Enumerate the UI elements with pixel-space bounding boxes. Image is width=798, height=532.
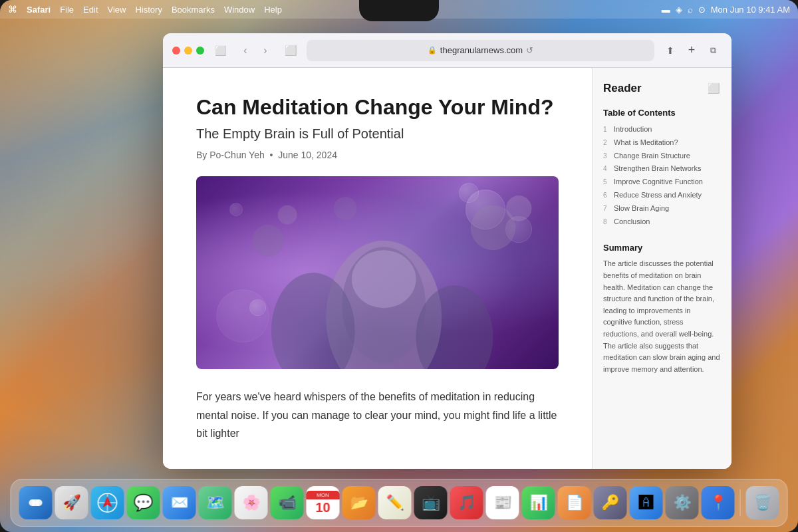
toc-item-2[interactable]: 2 What is Meditation? bbox=[603, 136, 721, 150]
toc-item-5[interactable]: 5 Improve Cognitive Function bbox=[603, 176, 721, 189]
menu-window[interactable]: Window bbox=[224, 5, 255, 15]
summary-text: The article discusses the potential bene… bbox=[603, 258, 721, 375]
dock-icon-music[interactable]: 🎵 bbox=[450, 486, 483, 519]
dock-icon-finder[interactable] bbox=[19, 486, 53, 519]
safari-content: Can Meditation Change Your Mind? The Emp… bbox=[163, 68, 732, 469]
dock-icon-files[interactable]: 📂 bbox=[342, 486, 376, 519]
svg-point-7 bbox=[252, 225, 284, 257]
dock-icon-passwords[interactable]: 🔑 bbox=[594, 486, 627, 519]
close-button[interactable] bbox=[172, 47, 180, 55]
toc-item-3[interactable]: 3 Change Brain Structure bbox=[603, 150, 721, 163]
toc-item-1[interactable]: 1 Introduction bbox=[603, 123, 721, 136]
share-button[interactable]: ⬆ bbox=[661, 41, 680, 60]
dock-icon-calendar[interactable]: MON 10 bbox=[307, 486, 340, 519]
svg-point-6 bbox=[506, 196, 532, 221]
fullscreen-button[interactable] bbox=[196, 47, 204, 55]
nav-buttons: ‹ › bbox=[236, 41, 275, 60]
toc-list: 1 Introduction 2 What is Meditation? 3 C… bbox=[603, 123, 721, 228]
minimize-button[interactable] bbox=[184, 47, 192, 55]
dock-icon-maps[interactable]: 🗺️ bbox=[199, 486, 232, 519]
svg-rect-13 bbox=[33, 499, 39, 506]
address-bar[interactable]: 🔒 thegranularnews.com ↺ bbox=[307, 40, 654, 61]
svg-point-9 bbox=[334, 197, 357, 220]
toc-item-8[interactable]: 8 Conclusion bbox=[603, 215, 721, 229]
search-icon[interactable]: ⌕ bbox=[688, 5, 693, 15]
menu-bookmarks[interactable]: Bookmarks bbox=[172, 5, 215, 15]
control-center-icon[interactable]: ⊙ bbox=[698, 5, 706, 15]
tab-overview-button[interactable]: ⧉ bbox=[704, 41, 722, 60]
reader-header: Reader ⬜ bbox=[603, 81, 721, 96]
reader-close-button[interactable]: ⬜ bbox=[706, 81, 721, 96]
url-text: thegranularnews.com bbox=[440, 45, 523, 55]
article-body: For years we've heard whispers of the be… bbox=[196, 388, 559, 442]
safari-window: ⬜ ‹ › ⬜ 🔒 thegranularnews.com ↺ ⬆ + ⧉ Ca… bbox=[163, 33, 732, 469]
safari-toolbar: ⬜ ‹ › ⬜ 🔒 thegranularnews.com ↺ ⬆ + ⧉ bbox=[163, 33, 732, 68]
article-area[interactable]: Can Meditation Change Your Mind? The Emp… bbox=[163, 68, 592, 469]
article-image bbox=[196, 176, 559, 369]
toc-item-6[interactable]: 6 Reduce Stress and Anxiety bbox=[603, 189, 721, 202]
dock-icon-facetime[interactable]: 📹 bbox=[271, 486, 304, 519]
wifi-icon: ◈ bbox=[676, 5, 682, 15]
reload-icon[interactable]: ↺ bbox=[526, 45, 533, 55]
dock-icon-photos[interactable]: 🌸 bbox=[235, 486, 268, 519]
reader-view-button[interactable]: ⬜ bbox=[281, 41, 300, 60]
dock-icon-appstore[interactable]: 🅰 bbox=[630, 486, 663, 519]
toolbar-right: ⬆ + ⧉ bbox=[661, 41, 722, 60]
svg-point-8 bbox=[278, 205, 297, 225]
dock-icon-pages[interactable]: 📄 bbox=[558, 486, 591, 519]
sidebar-toggle-button[interactable]: ⬜ bbox=[211, 41, 229, 60]
dock-icon-trash[interactable]: 🗑️ bbox=[746, 486, 779, 519]
forward-button[interactable]: › bbox=[256, 41, 275, 60]
traffic-lights bbox=[172, 47, 204, 55]
menu-edit[interactable]: Edit bbox=[83, 5, 98, 15]
dock-icon-findmy[interactable]: 📍 bbox=[702, 486, 735, 519]
dock-icon-messages[interactable]: 💬 bbox=[127, 486, 160, 519]
article-subtitle: The Empty Brain is Full of Potential bbox=[196, 126, 559, 142]
notch bbox=[359, 0, 439, 21]
reader-sidebar: Reader ⬜ Table of Contents 1 Introductio… bbox=[592, 68, 732, 469]
dock-icon-freeform[interactable]: ✏️ bbox=[378, 486, 412, 519]
new-tab-button[interactable]: + bbox=[682, 41, 701, 60]
dock-icon-safari[interactable] bbox=[91, 486, 124, 519]
lock-icon: 🔒 bbox=[428, 46, 437, 55]
article-meta: By Po-Chun Yeh • June 10, 2024 bbox=[196, 150, 559, 160]
dock-icon-numbers[interactable]: 📊 bbox=[522, 486, 555, 519]
apple-logo-icon[interactable]: ⌘ bbox=[8, 4, 17, 15]
menu-help[interactable]: Help bbox=[264, 5, 282, 15]
reader-title: Reader bbox=[603, 82, 642, 95]
dock-icon-appletv[interactable]: 📺 bbox=[414, 486, 448, 519]
dock-icon-news[interactable]: 📰 bbox=[486, 486, 519, 519]
dock-icon-launchpad[interactable]: 🚀 bbox=[55, 486, 88, 519]
datetime-display: Mon Jun 10 9:41 AM bbox=[711, 5, 790, 15]
battery-icon: ▬ bbox=[662, 5, 670, 15]
dock-divider bbox=[740, 489, 741, 516]
dock-icon-system-settings[interactable]: ⚙️ bbox=[666, 486, 699, 519]
article-title: Can Meditation Change Your Mind? bbox=[196, 94, 559, 120]
dock-icon-mail[interactable]: ✉️ bbox=[163, 486, 196, 519]
menu-file[interactable]: File bbox=[60, 5, 74, 15]
svg-point-4 bbox=[352, 251, 416, 309]
menu-history[interactable]: History bbox=[135, 5, 162, 15]
toc-item-4[interactable]: 4 Strengthen Brain Networks bbox=[603, 162, 721, 176]
back-button[interactable]: ‹ bbox=[236, 41, 255, 60]
menu-view[interactable]: View bbox=[108, 5, 126, 15]
toc-item-7[interactable]: 7 Slow Brain Aging bbox=[603, 202, 721, 215]
summary-title: Summary bbox=[603, 243, 721, 253]
macbook-frame: ⌘ Safari File Edit View History Bookmark… bbox=[0, 0, 798, 532]
dock: 🚀 💬 ✉️ 🗺️ 🌸 📹 MON 10 📂 ✏️ 📺 🎵 📰 📊 bbox=[11, 479, 788, 527]
menu-bar-left: ⌘ Safari File Edit View History Bookmark… bbox=[8, 4, 282, 15]
menu-bar-right: ▬ ◈ ⌕ ⊙ Mon Jun 10 9:41 AM bbox=[662, 5, 790, 15]
menu-safari[interactable]: Safari bbox=[27, 5, 51, 15]
toc-title: Table of Contents bbox=[603, 108, 721, 118]
